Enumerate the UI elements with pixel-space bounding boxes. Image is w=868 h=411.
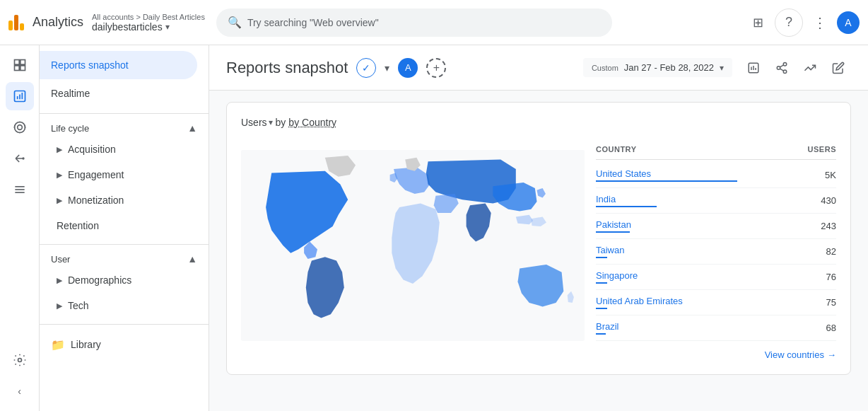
title-check-badge[interactable]: ✓ bbox=[356, 58, 376, 78]
avatar[interactable]: A bbox=[837, 11, 860, 34]
breadcrumb-top: All accounts > Daily Best Articles bbox=[92, 13, 205, 21]
more-icon-button[interactable]: ⋮ bbox=[806, 8, 834, 37]
country-name-cell: Pakistan bbox=[596, 219, 631, 233]
title-dropdown-arrow[interactable]: ▾ bbox=[385, 62, 389, 74]
insight-icon-button[interactable] bbox=[797, 55, 823, 81]
logo-bar-3 bbox=[20, 23, 24, 30]
table-row: Brazil68 bbox=[596, 316, 836, 341]
sidebar-nav: Reports snapshot Realtime Life cycle ▲ ▶… bbox=[40, 45, 209, 411]
view-countries-link[interactable]: View countries → bbox=[596, 349, 836, 360]
report-area: Users ▾ by by Country bbox=[209, 91, 868, 411]
rail-list[interactable] bbox=[6, 175, 34, 204]
country-bar bbox=[596, 180, 737, 182]
table-row: United Arab Emirates75 bbox=[596, 290, 836, 316]
header-actions bbox=[741, 55, 851, 81]
breadcrumb: All accounts > Daily Best Articles daily… bbox=[92, 13, 205, 33]
rail-reports[interactable] bbox=[6, 82, 34, 110]
svg-line-22 bbox=[780, 69, 783, 71]
sidebar-item-library[interactable]: 📁 Library bbox=[40, 330, 209, 359]
chart-icon-button[interactable] bbox=[741, 55, 766, 81]
country-name-cell: United States bbox=[596, 168, 737, 182]
rail-collapse[interactable]: ‹ bbox=[6, 377, 34, 405]
logo bbox=[8, 15, 24, 30]
country-name[interactable]: Pakistan bbox=[596, 219, 631, 230]
country-name[interactable]: United States bbox=[596, 168, 737, 179]
search-icon: 🔍 bbox=[228, 16, 242, 29]
svg-point-14 bbox=[18, 359, 21, 362]
sidebar-item-engagement[interactable]: ▶ Engagement bbox=[40, 162, 209, 187]
sidebar-divider-2 bbox=[40, 244, 209, 245]
country-name-cell: Singapore bbox=[596, 270, 638, 284]
breadcrumb-bottom[interactable]: dailybestarticles ▾ bbox=[92, 21, 205, 33]
rail-explore[interactable] bbox=[6, 113, 34, 141]
sidebar-item-acquisition[interactable]: ▶ Acquisition bbox=[40, 137, 209, 162]
country-name-cell: Brazil bbox=[596, 321, 619, 335]
rail-settings[interactable] bbox=[6, 346, 34, 374]
report-avatar[interactable]: A bbox=[398, 58, 418, 78]
col-users-header: USERS bbox=[808, 145, 836, 154]
sidebar-section-lifecycle: Life cycle ▲ bbox=[40, 120, 209, 137]
help-icon-button[interactable]: ? bbox=[775, 8, 803, 37]
lifecycle-label: Life cycle bbox=[51, 123, 89, 134]
acquisition-chevron: ▶ bbox=[57, 145, 62, 154]
country-bar bbox=[596, 282, 607, 284]
table-header: COUNTRY USERS bbox=[596, 139, 836, 160]
country-bar bbox=[596, 257, 607, 258]
sidebar-item-realtime[interactable]: Realtime bbox=[40, 79, 209, 108]
grid-icon-button[interactable]: ⊞ bbox=[744, 8, 772, 37]
main-layout: ‹ Reports snapshot Realtime Life cycle ▲… bbox=[0, 45, 868, 411]
date-range-selector[interactable]: Custom Jan 27 - Feb 28, 2022 ▾ bbox=[583, 58, 732, 77]
table-row: India430 bbox=[596, 188, 836, 214]
sidebar-item-retention[interactable]: Retention bbox=[40, 213, 209, 238]
svg-point-21 bbox=[783, 70, 787, 74]
svg-point-19 bbox=[783, 62, 787, 66]
sidebar-item-demographics[interactable]: ▶ Demographics bbox=[40, 267, 209, 293]
sidebar-divider-1 bbox=[40, 113, 209, 114]
dimension-label[interactable]: by Country bbox=[288, 117, 336, 128]
country-bar bbox=[596, 231, 630, 233]
country-name[interactable]: Singapore bbox=[596, 270, 638, 281]
metric-selector[interactable]: Users ▾ bbox=[241, 117, 273, 128]
country-name[interactable]: Taiwan bbox=[596, 245, 624, 255]
chart-header: Users ▾ by by Country bbox=[241, 117, 836, 128]
country-name[interactable]: United Arab Emirates bbox=[596, 296, 683, 306]
rail-home[interactable] bbox=[6, 51, 34, 79]
country-bar bbox=[596, 308, 607, 309]
svg-rect-2 bbox=[14, 66, 19, 71]
map-table-layout: COUNTRY USERS United States5KIndia430Pak… bbox=[241, 139, 836, 360]
users-count: 76 bbox=[826, 272, 836, 282]
sidebar-divider-3 bbox=[40, 324, 209, 325]
country-name[interactable]: Brazil bbox=[596, 321, 619, 332]
col-country-header: COUNTRY bbox=[596, 145, 636, 154]
table-row: Singapore76 bbox=[596, 265, 836, 290]
country-rows: United States5KIndia430Pakistan243Taiwan… bbox=[596, 163, 836, 341]
rail-advertising[interactable] bbox=[6, 144, 34, 173]
user-toggle[interactable]: ▲ bbox=[187, 253, 197, 265]
user-label: User bbox=[51, 254, 70, 265]
table-row: Taiwan82 bbox=[596, 239, 836, 265]
content-header: Reports snapshot ✓ ▾ A + Custom Jan 27 -… bbox=[209, 45, 868, 91]
library-icon: 📁 bbox=[51, 338, 65, 352]
sidebar-item-monetization[interactable]: ▶ Monetization bbox=[40, 187, 209, 213]
icon-rail: ‹ bbox=[0, 45, 40, 411]
users-count: 243 bbox=[821, 221, 836, 231]
search-bar[interactable]: 🔍 Try searching "Web overview" bbox=[216, 8, 612, 37]
add-comparison-button[interactable]: + bbox=[426, 58, 446, 78]
view-countries-arrow: → bbox=[827, 349, 836, 360]
edit-icon-button[interactable] bbox=[826, 55, 851, 81]
users-count: 68 bbox=[826, 323, 836, 333]
tech-chevron: ▶ bbox=[57, 301, 62, 311]
top-nav: Analytics All accounts > Daily Best Arti… bbox=[0, 0, 868, 45]
breadcrumb-arrow: ▾ bbox=[165, 22, 170, 32]
sidebar-item-reports-snapshot[interactable]: Reports snapshot bbox=[40, 51, 197, 79]
sidebar-item-tech[interactable]: ▶ Tech bbox=[40, 293, 209, 318]
lifecycle-toggle[interactable]: ▲ bbox=[187, 122, 197, 134]
dimension-by: by bbox=[276, 117, 286, 128]
table-row: United States5K bbox=[596, 163, 836, 188]
share-icon-button[interactable] bbox=[769, 55, 794, 81]
sidebar-section-user: User ▲ bbox=[40, 250, 209, 267]
users-count: 82 bbox=[826, 246, 836, 257]
country-name[interactable]: India bbox=[596, 194, 657, 204]
check-icon: ✓ bbox=[362, 62, 370, 74]
logo-bar-1 bbox=[8, 21, 13, 30]
